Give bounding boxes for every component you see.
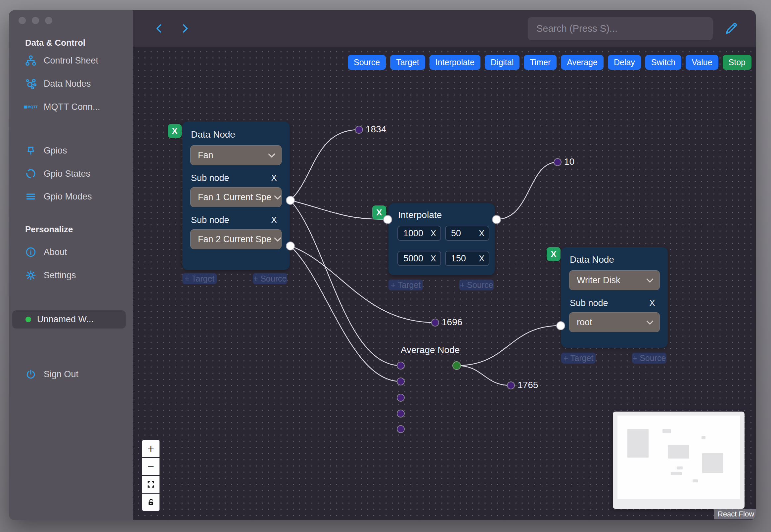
close-window-button[interactable] [19,17,26,24]
fan-device-select[interactable]: Fan [190,145,282,165]
remove-sub1-button[interactable]: X [271,173,280,183]
maximize-window-button[interactable] [45,17,52,24]
sidebar-item-settings[interactable]: Settings [9,266,133,285]
edge-interpolate-to-10 [496,162,558,219]
value-endpoint[interactable] [554,158,562,166]
fan-sub1-source-handle[interactable] [286,196,295,205]
select-value: root [577,317,592,328]
sub-node-row: Sub node X [191,173,280,183]
sidebar-item-mqtt[interactable]: MQTT MQTT Conn... [9,98,133,116]
average-target-handle[interactable] [397,394,405,402]
add-value-button[interactable]: Value [686,55,718,70]
add-average-button[interactable]: Average [561,55,604,70]
pin-icon [25,145,36,156]
sidebar-section-data-control: Data & Control [25,38,85,48]
sidebar-item-label: Data Nodes [44,79,91,89]
interpolate-target-handle[interactable] [383,215,392,224]
writer-data-node[interactable]: Data Node Writer Disk Sub node X root [561,247,668,348]
writer-sub-select[interactable]: root [569,312,660,332]
sidebar-item-control-sheet[interactable]: Control Sheet [9,51,133,70]
zoom-in-button[interactable]: + [142,440,159,457]
interpolate-input[interactable]: 150 X [445,251,489,266]
flow-layer: Source Target Interpolate Digital Timer … [133,47,756,520]
flow-canvas[interactable]: Source Target Interpolate Digital Timer … [133,47,756,520]
minimize-window-button[interactable] [32,17,39,24]
forward-button[interactable] [180,23,190,34]
add-timer-button[interactable]: Timer [524,55,557,70]
search-input[interactable] [528,17,713,40]
info-icon [25,246,36,258]
interpolate-input[interactable]: 1000 X [397,226,441,241]
sidebar-item-label: Gpios [44,146,67,156]
fit-view-button[interactable] [142,476,159,493]
remove-value-button[interactable]: X [431,254,436,263]
sidebar-item-label: Sign Out [44,369,78,379]
add-source-button[interactable]: Source [348,55,386,70]
remove-value-button[interactable]: X [431,229,436,238]
edge-value-label: 1765 [518,380,538,390]
average-target-handle[interactable] [397,362,405,370]
sidebar-item-about[interactable]: About [9,243,133,261]
interpolate-node[interactable]: Interpolate 1000 X 50 X 5000 X [388,203,495,275]
sidebar-item-data-nodes[interactable]: Data Nodes [9,74,133,93]
interpolate-input[interactable]: 50 X [445,226,489,241]
sidebar-item-gpio-modes[interactable]: Gpio Modes [9,187,133,206]
power-icon [25,369,36,380]
interpolate-add-source-pill[interactable]: + Source [459,280,494,290]
fan-sub2-select[interactable]: Fan 2 Current Spe [190,229,282,249]
interpolate-source-handle[interactable] [492,215,501,224]
average-target-handle[interactable] [397,410,405,418]
value-endpoint[interactable] [355,126,363,134]
sidebar-item-label: Gpio States [44,169,90,179]
remove-sub2-button[interactable]: X [271,215,280,225]
add-target-button[interactable]: Target [390,55,425,70]
add-switch-button[interactable]: Switch [645,55,682,70]
interpolate-add-target-pill[interactable]: + Target [388,280,423,290]
writer-target-handle[interactable] [556,321,565,330]
add-delay-button[interactable]: Delay [608,55,641,70]
sidebar-item-label: Settings [44,270,76,281]
average-target-handle[interactable] [397,377,405,385]
writer-add-target-pill[interactable]: + Target [561,353,596,364]
interpolate-grid: 1000 X 50 X 5000 X 150 X [397,226,489,266]
minimap[interactable] [613,412,745,509]
chevron-down-icon [274,195,281,199]
lines-icon [25,191,36,202]
average-source-handle[interactable] [452,361,461,370]
edge-value-label: 1696 [442,317,462,328]
sidebar-item-workflow[interactable]: Unnamed W... [12,310,126,329]
delete-writer-node-button[interactable]: X [547,247,561,261]
add-digital-button[interactable]: Digital [485,55,520,70]
fan-add-source-pill[interactable]: + Source [253,273,287,284]
sidebar-item-gpios[interactable]: Gpios [9,141,133,160]
fan-data-node[interactable]: Data Node Fan Sub node X Fan 1 Current S… [182,121,290,270]
lock-button[interactable] [142,494,159,511]
sidebar-item-sign-out[interactable]: Sign Out [9,365,133,383]
node-toolbar: Source Target Interpolate Digital Timer … [348,55,751,70]
remove-value-button[interactable]: X [479,254,484,263]
average-target-handle[interactable] [397,425,405,433]
sidebar-section-personalize: Personalize [25,224,73,235]
back-button[interactable] [154,23,164,34]
interpolate-input[interactable]: 5000 X [397,251,441,266]
stop-button[interactable]: Stop [723,55,751,70]
edit-pencil-icon[interactable] [723,21,739,36]
value-endpoint[interactable] [507,381,515,389]
react-flow-attribution[interactable]: React Flow [714,509,756,519]
writer-add-source-pill[interactable]: + Source [632,353,666,364]
writer-device-select[interactable]: Writer Disk [569,270,660,290]
remove-sub-button[interactable]: X [649,298,658,308]
zoom-out-button[interactable]: − [142,458,159,475]
value-endpoint[interactable] [431,319,439,327]
fan-sub1-select[interactable]: Fan 1 Current Spe [190,187,282,207]
fan-add-target-pill[interactable]: + Target [182,273,217,284]
edge-average-to-1765 [457,366,511,385]
delete-fan-node-button[interactable]: X [168,124,182,138]
sidebar-item-gpio-states[interactable]: Gpio States [9,164,133,183]
add-interpolate-button[interactable]: Interpolate [430,55,480,70]
interpolate-value: 5000 [403,253,423,264]
remove-value-button[interactable]: X [479,229,484,238]
desktop: { "sidebar": { "sections": [ { "header":… [0,0,771,532]
window-controls[interactable] [19,17,52,24]
fan-sub2-source-handle[interactable] [286,242,295,250]
